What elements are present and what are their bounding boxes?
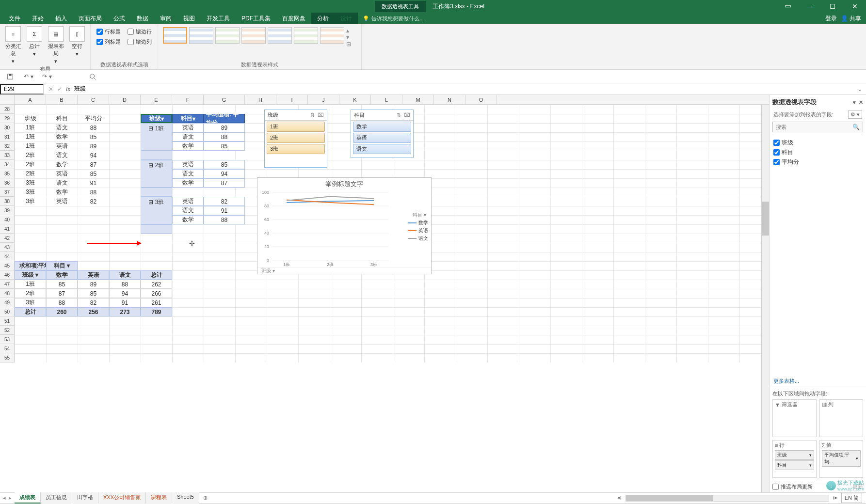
col-header[interactable]: L [371,95,402,104]
col-header[interactable]: K [339,95,371,104]
col-headers-checkbox[interactable]: 列标题 [96,38,121,46]
row-header[interactable]: 50 [0,307,15,316]
chart-field-button[interactable]: 班级 ▾ [257,267,431,274]
row-header[interactable]: 53 [0,335,15,344]
raw-cell[interactable]: 82 [78,197,109,206]
pivot2-cell[interactable]: 85 [46,280,78,289]
slicer-item[interactable]: 英语 [353,133,411,143]
blank-rows-button[interactable]: ▯空行▾ [68,26,86,57]
field-checkbox[interactable]: 平均分 [773,158,862,166]
ribbon-tab-7[interactable]: 视图 [177,13,201,24]
ime-button[interactable]: EN 简 [841,493,862,503]
row-header[interactable]: 49 [0,298,15,307]
slicer-class[interactable]: 班级 ⇅⌧ 1班2班3班 [264,110,327,168]
raw-cell[interactable]: 英语 [46,197,78,206]
raw-cell[interactable]: 85 [78,169,109,178]
row-header[interactable]: 37 [0,188,15,197]
row-header[interactable]: 28 [0,105,15,114]
pivot2-cell[interactable]: 85 [78,289,109,298]
pivot-cell[interactable]: 英语 [172,197,204,206]
sheet-tab[interactable]: 员工信息 [41,492,72,504]
pivot2-cell[interactable]: 89 [78,280,109,289]
style-thumb[interactable] [189,27,213,44]
name-box[interactable] [0,84,44,94]
pivot2-cell[interactable]: 82 [78,298,109,307]
area-filters[interactable]: ▼筛选器 [772,399,817,437]
gallery-more-icon[interactable]: ⊟ [346,41,353,47]
raw-cell[interactable]: 3班 [15,188,46,197]
grand-total-button[interactable]: Σ总计▾ [25,26,44,57]
slicer-subject[interactable]: 科目 ⇅⌧ 数学英语语文 [351,110,414,158]
ribbon-tab-4[interactable]: 公式 [108,13,131,24]
ribbon-tab-11[interactable]: 分析 [311,13,335,24]
area-rows[interactable]: ≡行班级▾科目▾ [772,440,817,478]
tell-me-input[interactable]: 告诉我您想要做什么... [371,15,424,22]
col-header[interactable]: D [109,95,141,104]
row-header[interactable]: 47 [0,280,15,289]
pivot2-row-hdr[interactable]: 3班 [15,298,46,307]
sheet-tab[interactable]: 成绩表 [15,492,41,504]
pivot2-cell[interactable]: 261 [141,298,172,307]
row-header[interactable]: 43 [0,243,15,252]
style-gallery[interactable]: ▴ ▾ ⊟ [162,26,354,48]
horizontal-scrollbar[interactable] [625,495,829,502]
sheet-tab[interactable]: Sheet5 [172,492,199,504]
slicer-item[interactable]: 3班 [267,144,325,154]
hscroll-left-icon[interactable]: ⊲ [617,495,622,501]
pivot-cell[interactable]: 91 [204,206,245,215]
banded-rows-checkbox[interactable]: 镶边行 [128,28,152,35]
ribbon-options-button[interactable] [777,0,799,13]
pivot-cell[interactable]: 88 [204,132,245,142]
pivot2-total-hdr[interactable]: 总计 [15,307,46,316]
share-button[interactable]: 👤 共享 [841,15,861,23]
field-checkbox[interactable]: 科目 [773,148,862,157]
pivot-cell[interactable]: 88 [204,215,245,224]
row-header[interactable]: 32 [0,142,15,151]
ribbon-tab-9[interactable]: PDF工具集 [236,13,276,24]
pivot-row-group[interactable]: ⊟ 1班 [141,123,172,151]
column-headers[interactable]: ABCDEFGHIJKLMNO [0,95,769,105]
ribbon-tab-1[interactable]: 开始 [26,13,49,24]
style-thumb[interactable] [163,27,187,44]
signin-button[interactable]: 登录 [825,15,837,23]
pivot-cell[interactable]: 89 [204,123,245,132]
raw-cell[interactable]: 88 [78,188,109,197]
pivot2-cell[interactable]: 91 [109,298,141,307]
area-value-pill[interactable]: 平均值项:平均...▾ [822,450,861,467]
sheet-nav-first-icon[interactable]: ◂ [3,495,6,501]
ribbon-tab-12[interactable]: 设计 [335,13,358,24]
pivot-blank[interactable] [141,224,172,234]
row-headers-checkbox[interactable]: 行标题 [96,28,121,35]
slicer-item[interactable]: 1班 [267,122,325,132]
raw-cell[interactable]: 1班 [15,142,46,151]
raw-cell[interactable]: 2班 [15,160,46,169]
raw-hdr[interactable]: 平均分 [78,114,109,123]
formula-input[interactable] [74,86,853,93]
vertical-scrollbar[interactable] [761,105,769,492]
slicer-item[interactable]: 数学 [353,122,411,132]
pivot2-col-hdr[interactable]: 语文 [109,270,141,280]
field-list[interactable]: 班级 科目 平均分 [770,134,866,376]
pane-close-icon[interactable]: ✕ [859,99,863,106]
pivot-cell[interactable]: 英语 [172,123,204,132]
pivot2-row-hdr[interactable]: 2班 [15,289,46,298]
pivot2-cell[interactable]: 88 [46,298,78,307]
raw-cell[interactable]: 数学 [46,132,78,142]
raw-cell[interactable]: 94 [78,151,109,160]
slicer-item[interactable]: 语文 [353,144,411,154]
raw-cell[interactable]: 2班 [15,169,46,178]
raw-cell[interactable]: 91 [78,178,109,188]
field-search-input[interactable] [776,124,852,130]
fx-icon[interactable]: fx [66,86,70,93]
gallery-up-icon[interactable]: ▴ [346,27,353,34]
area-values[interactable]: Σ值平均值项:平均...▾ [819,440,864,478]
pivot-col-hdr[interactable]: 平均值项: 平均分 [204,114,245,123]
raw-cell[interactable]: 英语 [46,169,78,178]
pane-layout-icon[interactable]: ⚙ ▾ [848,110,862,119]
pivot2-cell[interactable]: 94 [109,289,141,298]
pivot-cell[interactable]: 语文 [172,169,204,178]
row-header[interactable]: 29 [0,114,15,123]
raw-cell[interactable]: 2班 [15,151,46,160]
gallery-down-icon[interactable]: ▾ [346,34,353,41]
pivot2-col-field[interactable]: 科目 ▾ [46,261,78,270]
